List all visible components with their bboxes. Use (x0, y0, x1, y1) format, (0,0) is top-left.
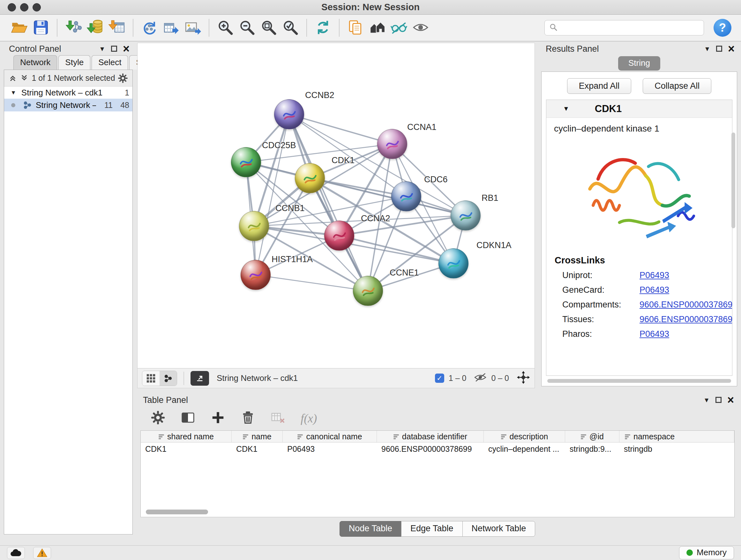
network-edge[interactable] (256, 114, 289, 275)
cloud-button[interactable] (7, 547, 25, 559)
table-cell[interactable]: CDK1 (141, 442, 232, 455)
collapse-section-icon[interactable]: ▼ (563, 105, 569, 112)
network-from-table-button[interactable] (160, 17, 182, 39)
float-panel-icon[interactable] (716, 46, 722, 52)
help-button[interactable]: ? (714, 19, 731, 37)
column-header-database-identifier[interactable]: database identifier (377, 431, 484, 442)
float-panel-icon[interactable] (111, 46, 117, 52)
network-edge[interactable] (256, 275, 368, 291)
tab-select[interactable]: Select (91, 55, 128, 70)
table-cell[interactable]: stringdb (619, 442, 734, 455)
column-header-name[interactable]: name (232, 431, 283, 442)
crosslink-value[interactable]: 9606.ENSP00000378699 (639, 314, 732, 324)
column-header--id[interactable]: @id (565, 431, 619, 442)
table-cell[interactable]: 9606.ENSP00000378699 (377, 442, 484, 455)
network-node-cdc6[interactable] (391, 181, 421, 211)
expand-all-icon[interactable] (20, 74, 29, 83)
results-tab-string[interactable]: String (618, 56, 660, 71)
table-row[interactable]: CDK1CDK1P064939606.ENSP00000378699cyclin… (141, 442, 734, 455)
tab-style[interactable]: Style (58, 55, 90, 70)
warnings-button[interactable] (33, 547, 51, 559)
refresh-button[interactable] (312, 17, 334, 39)
network-node-ccna2[interactable] (324, 221, 354, 251)
import-network-database-button[interactable] (84, 17, 106, 39)
global-search-input[interactable] (561, 23, 699, 33)
network-node-hist1h1a[interactable] (241, 260, 271, 290)
view-single-toggle[interactable] (159, 371, 177, 386)
detach-view-button[interactable] (191, 371, 209, 386)
copy-button[interactable] (345, 17, 366, 39)
open-session-button[interactable] (8, 17, 30, 39)
function-builder-icon[interactable]: f(x) (300, 412, 317, 425)
first-neighbors-button[interactable] (366, 17, 388, 39)
zoom-out-button[interactable] (236, 17, 258, 39)
crosslink-value[interactable]: P06493 (639, 329, 669, 339)
collapse-all-button[interactable]: Collapse All (643, 78, 711, 94)
import-network-file-button[interactable] (63, 17, 84, 39)
tab-network[interactable]: Network (13, 55, 57, 70)
float-panel-icon[interactable] (716, 397, 722, 403)
crosslink-value[interactable]: 9606.ENSP00000378699 (639, 300, 732, 310)
zoom-in-button[interactable] (214, 17, 236, 39)
close-panel-icon[interactable]: × (728, 44, 735, 54)
close-panel-icon[interactable]: × (123, 44, 130, 54)
gene-card-header[interactable]: ▼ CDK1 (546, 100, 732, 118)
crosslink-value[interactable]: P06493 (639, 285, 669, 295)
zoom-fit-button[interactable] (258, 17, 280, 39)
export-image-button[interactable] (182, 17, 204, 39)
memory-button[interactable]: Memory (679, 546, 734, 559)
crosslink-value[interactable]: P06493 (639, 270, 669, 280)
network-node-ccnb1[interactable] (239, 211, 269, 241)
view-grid-toggle[interactable] (142, 371, 159, 386)
add-column-icon[interactable] (211, 410, 225, 426)
selected-checkbox-icon[interactable]: ✓ (435, 374, 444, 383)
panel-menu-icon[interactable]: ▼ (703, 397, 710, 403)
table-cell[interactable]: stringdb:9... (565, 442, 619, 455)
table-horizontal-scrollbar[interactable] (146, 509, 208, 514)
save-session-button[interactable] (30, 17, 52, 39)
column-header-description[interactable]: description (484, 431, 565, 442)
import-table-button[interactable] (106, 17, 128, 39)
panel-menu-icon[interactable]: ▼ (704, 46, 711, 52)
network-node-cdk1[interactable] (295, 163, 325, 193)
network-node-cdc25b[interactable] (231, 147, 261, 177)
table-settings-gear-icon[interactable] (151, 410, 165, 426)
tab-edge-table[interactable]: Edge Table (401, 521, 463, 537)
show-details-button[interactable] (410, 17, 431, 39)
show-columns-icon[interactable] (181, 410, 195, 426)
close-panel-icon[interactable]: × (727, 395, 734, 405)
toolbar-separator (133, 19, 133, 37)
column-header-namespace[interactable]: namespace (619, 431, 734, 442)
network-canvas[interactable]: CCNB2CCNA1CDC25BCDK1CDC6RB1CCNB1CCNA2CDK… (138, 43, 535, 368)
table-cell[interactable]: P06493 (283, 442, 377, 455)
update-network-button[interactable] (138, 17, 160, 39)
network-node-ccne1[interactable] (353, 276, 383, 306)
tree-expander-icon[interactable]: ▼ (10, 89, 16, 96)
collapse-all-icon[interactable] (9, 74, 17, 83)
zoom-selected-button[interactable] (280, 17, 301, 39)
results-horizontal-scrollbar[interactable] (547, 379, 731, 383)
network-edge[interactable] (289, 114, 368, 291)
network-node-rb1[interactable] (451, 200, 481, 231)
column-header-shared-name[interactable]: shared name (141, 431, 232, 442)
network-node-ccnb2[interactable] (274, 99, 304, 129)
network-node-cdkn1a[interactable] (439, 248, 468, 278)
delete-column-trash-icon[interactable] (241, 410, 255, 426)
birdseye-toggle-icon[interactable] (517, 371, 530, 386)
tab-network-table[interactable]: Network Table (462, 521, 536, 537)
table-cell[interactable]: CDK1 (232, 442, 283, 455)
network-collection-row[interactable]: ▼ String Network – cdk1 1 (4, 86, 132, 99)
expand-all-button[interactable]: Expand All (567, 78, 631, 94)
network-options-gear-icon[interactable] (118, 73, 128, 83)
network-node-ccna1[interactable] (377, 129, 407, 159)
table-cell[interactable]: cyclin–dependent ... (484, 442, 565, 455)
network-edge[interactable] (289, 114, 392, 144)
network-row-selected[interactable]: String Network – cdk1 11 48 (4, 99, 132, 111)
column-header-canonical-name[interactable]: canonical name (283, 431, 377, 442)
control-panel-title: Control Panel (9, 44, 61, 54)
network-node-label: HIST1H1A (272, 254, 313, 264)
hide-details-button[interactable] (388, 17, 410, 39)
tab-node-table[interactable]: Node Table (340, 521, 401, 537)
panel-menu-icon[interactable]: ▼ (99, 46, 105, 52)
results-vertical-scrollbar[interactable] (731, 132, 735, 228)
